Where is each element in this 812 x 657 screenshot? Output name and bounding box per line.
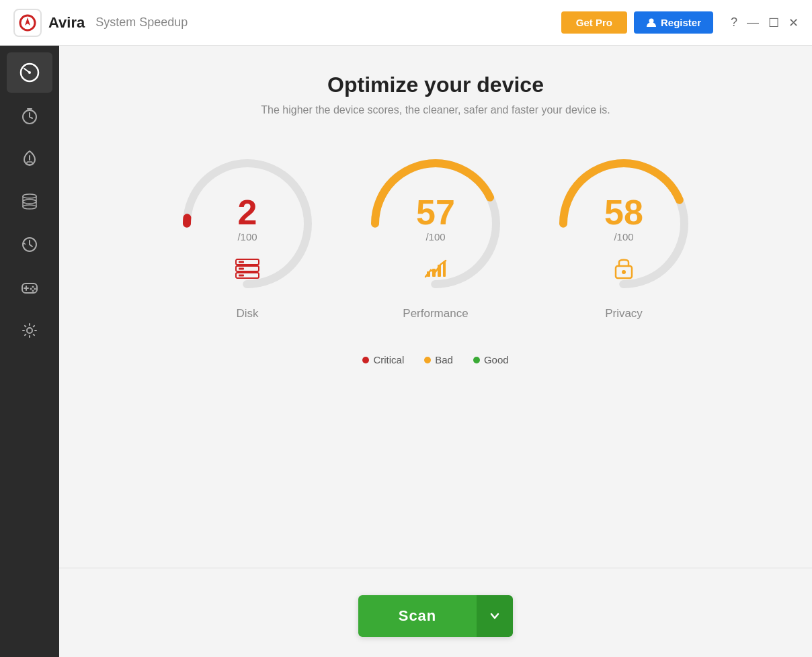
performance-gauge-wrap: 57 /100: [362, 150, 510, 298]
app-body: Optimize your device The higher the devi…: [0, 46, 812, 657]
sidebar-item-history[interactable]: [7, 224, 52, 265]
gauges-row: 2 /100: [173, 150, 698, 320]
disk-icon: [20, 192, 39, 211]
privacy-gauge-wrap: 58 /100: [550, 150, 698, 298]
performance-score-denom: /100: [425, 231, 445, 243]
svg-rect-30: [427, 271, 430, 277]
svg-point-37: [622, 270, 626, 274]
legend: Critical Bad Good: [362, 354, 508, 365]
page-title: Optimize your device: [327, 73, 544, 97]
title-bar-actions: Get Pro Register ? — ☐ ✕: [561, 11, 799, 34]
performance-score-number: 57: [416, 195, 455, 230]
bad-label: Bad: [435, 354, 453, 365]
disk-gauge: 2 /100: [173, 150, 321, 320]
svg-point-3: [28, 71, 31, 74]
legend-critical: Critical: [362, 354, 404, 365]
sidebar-item-settings[interactable]: [7, 310, 52, 351]
critical-dot: [362, 357, 369, 363]
svg-rect-25: [239, 261, 244, 263]
app-logo: Avira System Speedup: [13, 9, 188, 37]
svg-point-16: [34, 288, 36, 290]
startup-icon: [20, 149, 39, 168]
svg-point-17: [30, 288, 32, 290]
svg-point-18: [32, 290, 34, 292]
app-subtitle: System Speedup: [95, 15, 188, 30]
svg-rect-26: [239, 268, 244, 270]
user-icon: [646, 17, 657, 28]
content-area: Optimize your device The higher the devi…: [59, 46, 812, 657]
avira-logo-icon: [13, 9, 42, 37]
sidebar-item-disk[interactable]: [7, 181, 52, 222]
help-button[interactable]: ?: [731, 15, 737, 30]
disk-gauge-wrap: 2 /100: [173, 150, 321, 298]
privacy-gauge: 58 /100 Privacy: [550, 150, 698, 320]
legend-good: Good: [473, 354, 509, 365]
svg-point-7: [23, 200, 36, 204]
scan-dropdown-button[interactable]: [477, 595, 513, 637]
title-bar: Avira System Speedup Get Pro Register ? …: [0, 0, 812, 46]
performance-score: 57 /100: [416, 195, 455, 243]
disk-label: Disk: [236, 307, 258, 320]
minimize-button[interactable]: —: [747, 15, 759, 30]
main-section: Optimize your device The higher the devi…: [59, 46, 812, 568]
svg-rect-31: [432, 269, 436, 277]
sidebar-item-dashboard[interactable]: [7, 52, 52, 93]
app-name: Avira: [48, 14, 85, 32]
svg-rect-5: [27, 162, 32, 165]
performance-gauge: 57 /100: [362, 150, 510, 320]
performance-icon-gauge: [423, 258, 448, 284]
svg-rect-33: [443, 261, 446, 277]
maximize-button[interactable]: ☐: [768, 15, 779, 30]
sidebar: [0, 46, 59, 657]
close-button[interactable]: ✕: [788, 15, 799, 30]
svg-point-8: [23, 194, 36, 198]
privacy-score-number: 58: [604, 195, 643, 230]
privacy-label: Privacy: [605, 307, 643, 320]
window-controls: ? — ☐ ✕: [731, 15, 799, 30]
dashboard-icon: [19, 62, 40, 83]
disk-icon-gauge: [235, 258, 260, 284]
history-icon: [20, 235, 39, 254]
disk-score: 2 /100: [237, 195, 257, 243]
settings-icon: [20, 321, 39, 340]
scan-button-group: Scan: [358, 595, 514, 637]
disk-score-number: 2: [238, 195, 257, 230]
scan-section: Scan: [358, 582, 514, 657]
page-subtitle: The higher the device scores, the cleane…: [261, 104, 610, 116]
privacy-icon-gauge: [614, 255, 634, 284]
good-label: Good: [484, 354, 509, 365]
bad-dot: [424, 357, 431, 363]
svg-point-19: [27, 328, 32, 333]
svg-point-6: [23, 205, 36, 209]
register-button[interactable]: Register: [634, 11, 713, 34]
scan-button[interactable]: Scan: [358, 595, 477, 637]
privacy-score-denom: /100: [614, 231, 633, 243]
svg-rect-27: [239, 275, 244, 277]
svg-rect-32: [438, 265, 441, 277]
divider: [59, 568, 812, 568]
privacy-score: 58 /100: [604, 195, 643, 243]
legend-bad: Bad: [424, 354, 453, 365]
sidebar-item-startup[interactable]: [7, 138, 52, 179]
disk-score-denom: /100: [237, 231, 257, 243]
good-dot: [473, 357, 480, 363]
games-icon: [20, 278, 39, 297]
get-pro-button[interactable]: Get Pro: [561, 11, 627, 34]
timer-icon: [20, 106, 39, 125]
sidebar-item-timer[interactable]: [7, 95, 52, 136]
chevron-down-icon: [489, 610, 501, 622]
svg-point-15: [32, 286, 34, 288]
performance-label: Performance: [403, 307, 468, 320]
sidebar-item-games[interactable]: [7, 267, 52, 308]
critical-label: Critical: [373, 354, 404, 365]
